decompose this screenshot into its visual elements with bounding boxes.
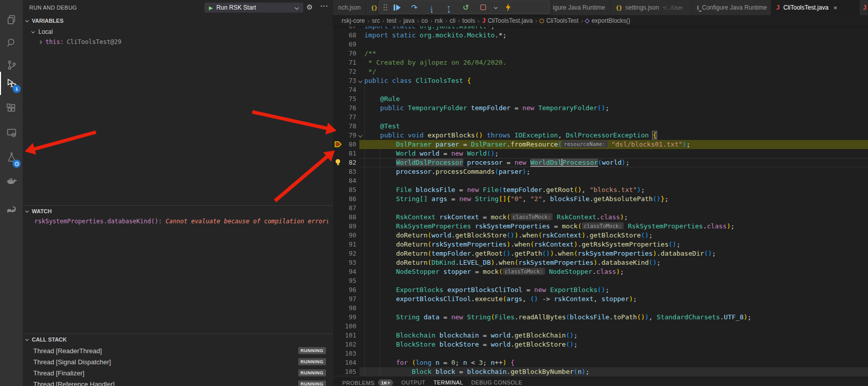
gradle-icon[interactable] xyxy=(0,198,23,221)
tab-settings-json[interactable]: {} settings.json ~/.../User xyxy=(611,0,692,15)
call-stack-thread-row[interactable]: Thread [Reference Handler]RUNNING xyxy=(23,379,333,386)
line-number: 83 xyxy=(333,167,356,176)
restart-button[interactable]: ↺ xyxy=(457,1,474,14)
line-number: 77 xyxy=(333,113,356,122)
code-line[interactable]: 102 BlockStore blockStore = world.getBlo… xyxy=(333,340,868,349)
code-editor[interactable]: 67import static org.junit.Assert.*;68imp… xyxy=(333,26,868,376)
code-line[interactable]: 93 doReturn(DbKind.LEVEL_DB).when(rskSys… xyxy=(333,258,868,267)
panel-tab-problems[interactable]: PROBLEMS1K+ xyxy=(342,379,393,386)
toolbar-drag-handle[interactable] xyxy=(383,4,388,11)
breadcrumb-item[interactable]: CliToolsTest xyxy=(539,17,578,24)
extensions-icon[interactable] xyxy=(0,97,23,120)
variable-this[interactable]: this: CliToolsTest@29 xyxy=(39,37,122,47)
breadcrumb-item[interactable]: java xyxy=(403,17,414,24)
code-line[interactable]: 77 xyxy=(333,113,868,122)
gear-icon[interactable]: ⚙ xyxy=(306,3,313,11)
step-into-button[interactable]: ↓ xyxy=(423,1,440,14)
code-line[interactable]: 103 xyxy=(333,349,868,358)
continue-button[interactable] xyxy=(389,1,406,14)
code-line[interactable]: 95 xyxy=(333,276,868,285)
line-number: 76 xyxy=(333,104,356,113)
code-line[interactable]: 100 xyxy=(333,322,868,331)
code-line[interactable]: 75 @Rule xyxy=(333,94,868,104)
launch-config-dropdown[interactable]: ▶ Run RSK Start xyxy=(204,3,303,13)
code-line[interactable]: 84 xyxy=(333,176,868,185)
breadcrumb-item[interactable]: exportBlocks() xyxy=(585,17,630,24)
call-stack-section-header[interactable]: CALL STACK xyxy=(23,334,333,345)
code-line[interactable]: 72 */ xyxy=(333,67,868,76)
line-number: 84 xyxy=(333,176,356,185)
variables-section-header[interactable]: VARIABLES xyxy=(23,15,333,26)
breadcrumb-item[interactable]: co xyxy=(421,17,428,24)
tab-configure-java-runtime-2[interactable]: Configure Java Runtime xyxy=(692,0,771,15)
call-stack-thread-row[interactable]: Thread [ReaderThread]RUNNING xyxy=(23,346,333,357)
code-line[interactable]: 98 xyxy=(333,304,868,313)
code-line[interactable]: 88 RskContext rskContext = mock(classToM… xyxy=(333,213,868,222)
code-line[interactable]: 68import static org.mockito.Mockito.*; xyxy=(333,31,868,40)
watch-section-header[interactable]: WATCH xyxy=(23,206,333,217)
panel-tab-output[interactable]: OUTPUT xyxy=(401,379,425,385)
panel-tab-debug-console[interactable]: DEBUG CONSOLE xyxy=(471,379,522,385)
code-line[interactable]: 78 @Test xyxy=(333,122,868,131)
step-out-button[interactable]: ↑ xyxy=(440,1,457,14)
code-line[interactable]: 89 RskSystemProperties rskSystemProperti… xyxy=(333,222,868,231)
code-line[interactable]: 96 ExportBlocks exportBlocksCliTool = ne… xyxy=(333,285,868,295)
code-line[interactable]: 71 * Created by ajlopez on 26/04/2020. xyxy=(333,58,868,67)
breadcrumb-item[interactable]: src xyxy=(372,17,380,24)
code-line[interactable]: 90 doReturn(world.getBlockStore()).when(… xyxy=(333,231,868,240)
variables-scope-local[interactable]: Local xyxy=(32,27,53,37)
code-line[interactable]: 92 doReturn(tempFolder.getRoot().getPath… xyxy=(333,249,868,258)
docker-icon[interactable] xyxy=(0,170,23,193)
step-over-button[interactable]: ↷ xyxy=(406,1,423,14)
tab-clitoolstest-java[interactable]: J CliToolsTest.java × xyxy=(771,0,860,15)
call-stack-thread-row[interactable]: Thread [Finalizer]RUNNING xyxy=(23,368,333,379)
chevron-down-icon xyxy=(25,209,29,212)
panel-tab-terminal[interactable]: TERMINAL xyxy=(433,379,463,385)
tab-clipped[interactable]: J xyxy=(860,0,868,15)
line-number: 74 xyxy=(333,85,356,94)
watch-expression-row[interactable]: rskSystemProperties.databaseKind(): Cann… xyxy=(34,218,328,227)
code-line[interactable]: 81 World world = new World(); xyxy=(333,149,868,158)
code-line[interactable]: 73public class CliToolsTest { xyxy=(333,76,868,85)
code-line[interactable]: 67import static org.junit.Assert.*; xyxy=(333,26,868,31)
call-stack-thread-row[interactable]: Thread [Signal Dispatcher]RUNNING xyxy=(23,357,333,368)
testing-beaker-icon[interactable] xyxy=(0,146,23,169)
breadcrumb-item[interactable]: test xyxy=(387,17,396,24)
code-line[interactable]: 94 NodeStopper stopper = mock(classToMoc… xyxy=(333,267,868,276)
code-line[interactable]: 105 Block block = blockchain.getBlockByN… xyxy=(333,367,868,376)
code-line[interactable]: 86 String[] args = new String[]{"0", "2"… xyxy=(333,195,868,204)
code-line[interactable]: 97 exportBlocksCliTool.execute(args, () … xyxy=(333,295,868,304)
code-line[interactable]: 79 public void exportBlocks() throws IOE… xyxy=(333,131,868,140)
code-line[interactable]: 80 DslParser parser = DslParser.fromReso… xyxy=(333,140,868,149)
code-line[interactable]: 74 xyxy=(333,85,868,94)
run-and-debug-icon[interactable]: 1 xyxy=(0,72,23,95)
close-icon[interactable]: × xyxy=(834,4,838,12)
breadcrumb-item[interactable]: rsk xyxy=(435,17,443,24)
stop-dropdown-chevron[interactable] xyxy=(492,1,500,14)
code-line[interactable]: 99 String data = new String(Files.readAl… xyxy=(333,313,868,322)
hot-code-replace-button[interactable] xyxy=(500,1,517,14)
breadcrumb-item[interactable]: cli xyxy=(450,17,455,24)
line-number: 71 xyxy=(333,58,356,67)
tab-launch-json[interactable]: nch.json xyxy=(333,0,366,15)
code-line[interactable]: 70/** xyxy=(333,49,868,58)
line-number: 68 xyxy=(333,31,356,40)
search-icon[interactable] xyxy=(0,31,23,55)
line-number: 75 xyxy=(333,94,356,104)
code-line[interactable]: 82 WorldDslProcessor processor = new Wor… xyxy=(333,158,868,167)
breadcrumb-item[interactable]: rskj-core xyxy=(342,17,365,24)
code-line[interactable]: 104 for (long n = 0; n < 3; n++) { xyxy=(333,358,868,367)
code-line[interactable]: 101 Blockchain blockchain = world.getBlo… xyxy=(333,331,868,340)
code-line[interactable]: 91 doReturn(rskSystemProperties).when(rs… xyxy=(333,240,868,249)
breadcrumb-item[interactable]: tools xyxy=(462,17,475,24)
code-line[interactable]: 76 public TemporaryFolder tempFolder = n… xyxy=(333,104,868,113)
code-line[interactable]: 87 xyxy=(333,204,868,213)
explorer-icon[interactable] xyxy=(0,8,23,31)
code-line[interactable]: 83 processor.processCommands(parser); xyxy=(333,167,868,176)
remote-explorer-icon[interactable] xyxy=(0,121,23,144)
more-actions-icon[interactable]: ··· xyxy=(320,2,329,10)
code-line[interactable]: 69 xyxy=(333,40,868,49)
code-line[interactable]: 85 File blocksFile = new File(tempFolder… xyxy=(333,185,868,195)
breadcrumb-item[interactable]: JCliToolsTest.java xyxy=(482,17,533,24)
stop-button[interactable] xyxy=(474,1,492,14)
